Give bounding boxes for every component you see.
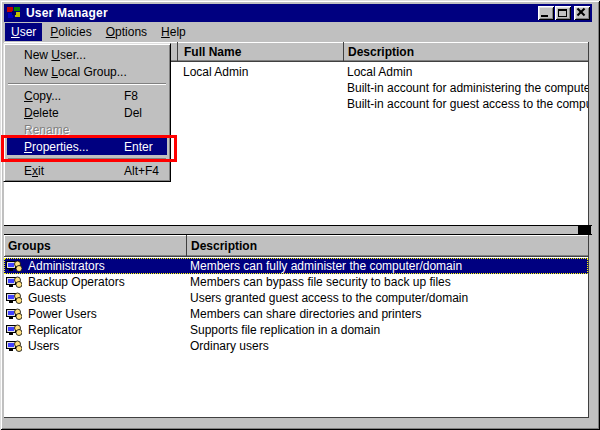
group-description: Members can share directories and printe…	[186, 307, 588, 321]
window-title: User Manager	[26, 6, 108, 20]
group-icon	[6, 275, 22, 289]
menu-policies[interactable]: Policies	[44, 23, 97, 41]
minimize-icon	[541, 15, 548, 17]
group-icon	[6, 307, 22, 321]
group-description-column-header[interactable]: Description	[186, 235, 588, 256]
user-full-name: Local Admin	[177, 65, 343, 79]
group-name: Guests	[28, 291, 66, 305]
user-description: Built-in account for administering the c…	[343, 81, 588, 95]
user-manager-window: User Manager User Policies Options Help …	[0, 0, 600, 430]
menu-item-copy[interactable]: Copy... F8	[7, 87, 167, 104]
group-name: Backup Operators	[28, 275, 125, 289]
group-name: Users	[28, 339, 59, 353]
pane-splitter[interactable]	[4, 225, 592, 235]
group-icon	[6, 339, 22, 353]
group-row-users[interactable]: Users Ordinary users	[4, 338, 588, 354]
user-description: Built-in account for guest access to the…	[343, 97, 588, 111]
group-row-power-users[interactable]: Power Users Members can share directorie…	[4, 306, 588, 322]
minimize-button[interactable]	[538, 6, 554, 20]
description-column-header[interactable]: Description	[343, 42, 588, 61]
group-icon	[6, 291, 22, 305]
menu-help[interactable]: Help	[155, 23, 192, 41]
group-name: Power Users	[28, 307, 97, 321]
menu-item-new-user[interactable]: New User...	[7, 46, 167, 63]
splitter-end-block	[578, 226, 591, 234]
group-description: Users granted guest access to the comput…	[186, 291, 588, 305]
menu-options[interactable]: Options	[100, 23, 153, 41]
group-name: Replicator	[28, 323, 82, 337]
group-description: Members can fully administer the compute…	[186, 259, 588, 273]
menu-item-properties[interactable]: Properties... Enter	[7, 138, 167, 155]
menu-item-rename: Rename	[7, 121, 167, 138]
menu-item-new-local-group[interactable]: New Local Group...	[7, 63, 167, 80]
group-row-administrators[interactable]: Administrators Members can fully adminis…	[4, 258, 588, 274]
fullname-column-header[interactable]: Full Name	[177, 42, 343, 61]
user-description: Local Admin	[343, 65, 588, 79]
menubar: User Policies Options Help	[4, 22, 592, 42]
close-button[interactable]	[574, 6, 590, 20]
group-row-replicator[interactable]: Replicator Supports file replication in …	[4, 322, 588, 338]
groups-list-header: Groups Description	[4, 235, 588, 257]
group-description: Ordinary users	[186, 339, 588, 353]
menu-item-exit[interactable]: Exit Alt+F4	[7, 162, 167, 179]
maximize-icon	[558, 9, 567, 17]
group-icon	[6, 323, 22, 337]
group-description: Supports file replication in a domain	[186, 323, 588, 337]
group-description: Members can bypass file security to back…	[186, 275, 588, 289]
group-icon	[6, 259, 22, 273]
user-menu-dropdown: New User... New Local Group... Copy... F…	[3, 43, 171, 182]
menu-user[interactable]: User	[5, 23, 42, 41]
maximize-button[interactable]	[555, 6, 571, 20]
group-row-backup-operators[interactable]: Backup Operators Members can bypass file…	[4, 274, 588, 290]
menu-separator	[8, 155, 166, 162]
menu-separator	[8, 80, 166, 87]
groups-pane: Groups Description Administrators Member…	[4, 235, 589, 418]
titlebar[interactable]: User Manager	[4, 4, 592, 22]
group-row-guests[interactable]: Guests Users granted guest access to the…	[4, 290, 588, 306]
menu-item-delete[interactable]: Delete Del	[7, 104, 167, 121]
group-name: Administrators	[28, 259, 105, 273]
groups-column-header[interactable]: Groups	[4, 235, 186, 256]
app-icon	[6, 6, 22, 20]
